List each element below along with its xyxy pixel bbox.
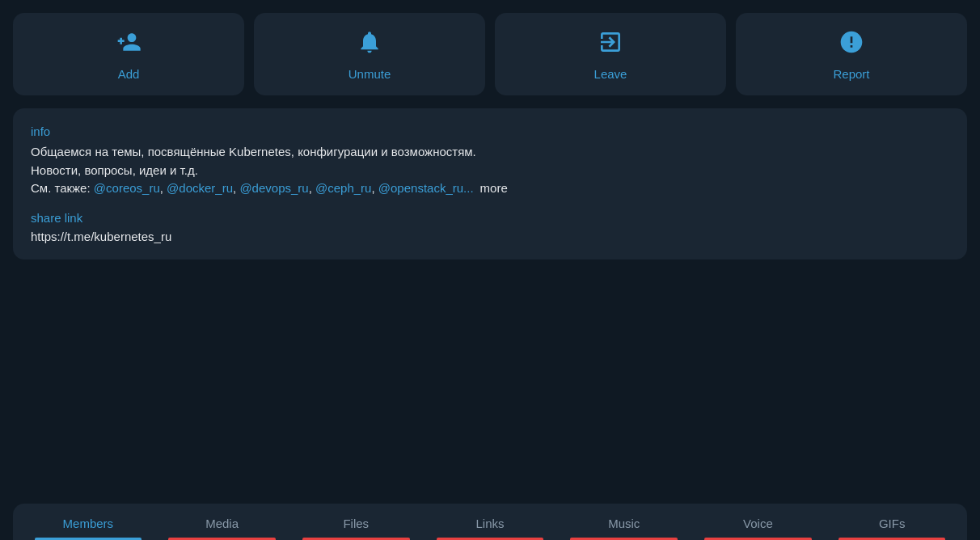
report-icon <box>838 29 864 59</box>
tab-media[interactable]: Media <box>155 504 289 540</box>
unmute-button-label: Unmute <box>348 67 391 81</box>
info-label: info <box>31 124 949 138</box>
tab-links-label: Links <box>476 517 505 530</box>
info-section: info Общаемся на темы, посвящённые Kuber… <box>31 124 949 198</box>
tab-members-label: Members <box>63 517 114 530</box>
info-line2: Новости, вопросы, идеи и т.д. <box>31 163 198 177</box>
share-link-url[interactable]: https://t.me/kubernetes_ru <box>31 230 949 243</box>
unmute-button[interactable]: Unmute <box>254 13 485 95</box>
share-link-label: share link <box>31 211 949 225</box>
tab-gifs[interactable]: GIFs <box>825 504 959 540</box>
mention-coreos[interactable]: @coreos_ru <box>94 181 160 195</box>
tab-music-label: Music <box>608 517 640 530</box>
action-buttons-row: Add Unmute Leave Report <box>13 13 967 95</box>
share-link-section: share link https://t.me/kubernetes_ru <box>31 211 949 243</box>
leave-button[interactable]: Leave <box>495 13 726 95</box>
tab-files-label: Files <box>343 517 369 530</box>
tab-gifs-label: GIFs <box>879 517 906 530</box>
mention-openstack[interactable]: @openstack_ru... <box>378 181 474 195</box>
tab-members[interactable]: Members <box>21 504 155 540</box>
add-button[interactable]: Add <box>13 13 244 95</box>
report-button[interactable]: Report <box>736 13 967 95</box>
tab-voice-label: Voice <box>743 517 773 530</box>
leave-icon <box>598 29 623 59</box>
bell-icon <box>357 29 382 59</box>
report-button-label: Report <box>833 67 869 81</box>
mention-docker[interactable]: @docker_ru <box>167 181 233 195</box>
mention-ceph[interactable]: @ceph_ru <box>315 181 371 195</box>
add-button-label: Add <box>118 67 140 81</box>
info-card: info Общаемся на темы, посвящённые Kuber… <box>13 108 967 259</box>
tab-voice[interactable]: Voice <box>691 504 826 540</box>
mention-devops[interactable]: @devops_ru <box>239 181 308 195</box>
leave-button-label: Leave <box>594 67 627 81</box>
info-line3-prefix: См. также: <box>31 181 94 195</box>
info-description: Общаемся на темы, посвящённые Kubernetes… <box>31 143 949 198</box>
more-link[interactable]: more <box>480 181 508 195</box>
tab-files[interactable]: Files <box>289 504 423 540</box>
tabs-container: Members Media Files Links Music Voice GI… <box>13 504 967 540</box>
info-line1: Общаемся на темы, посвящённые Kubernetes… <box>31 145 476 158</box>
tab-links[interactable]: Links <box>423 504 557 540</box>
tab-media-label: Media <box>205 517 239 530</box>
tab-music[interactable]: Music <box>557 504 691 540</box>
add-user-icon <box>116 29 142 59</box>
